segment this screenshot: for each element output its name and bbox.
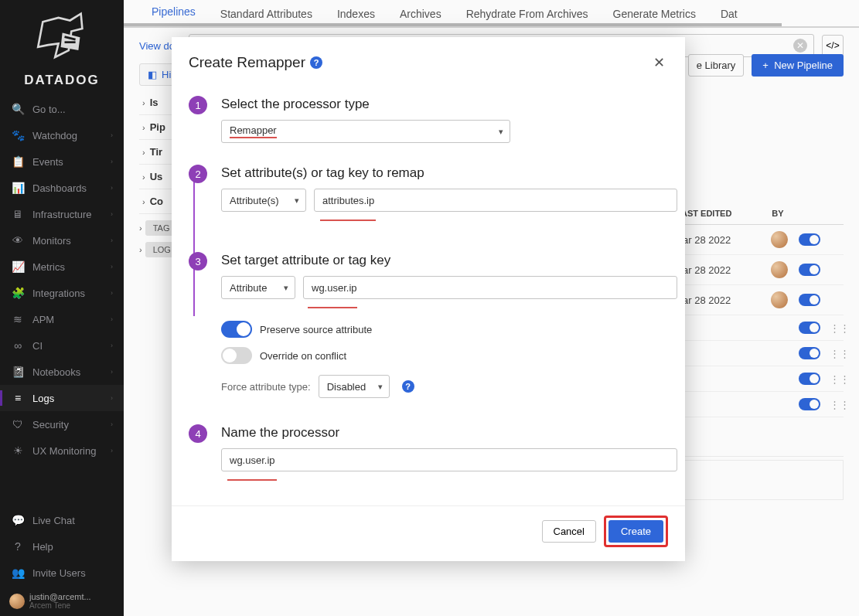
remap-source-input[interactable] — [314, 189, 677, 212]
step-2-title: Set attribute(s) or tag key to remap — [221, 165, 677, 181]
step-4-title: Name the processor — [221, 425, 677, 441]
remap-kind-select[interactable]: Attribute(s) — [221, 189, 306, 212]
processor-name-input[interactable] — [221, 448, 677, 471]
preserve-source-label: Preserve source attribute — [260, 324, 372, 335]
close-icon[interactable]: ✕ — [650, 51, 668, 74]
step-2-badge: 2 — [189, 165, 207, 183]
step-3-badge: 3 — [189, 252, 207, 271]
help-icon[interactable]: ? — [402, 380, 414, 393]
help-icon[interactable]: ? — [310, 56, 322, 69]
override-conflict-label: Override on conflict — [260, 350, 346, 362]
preserve-source-toggle[interactable] — [221, 321, 252, 338]
target-kind-select[interactable]: Attribute — [221, 276, 295, 299]
create-remapper-modal: Create Remapper ? ✕ 1 Select the process… — [172, 37, 685, 561]
step-3-title: Set target attribute or tag key — [221, 253, 677, 268]
force-attribute-type-label: Force attribute type: — [221, 381, 311, 393]
force-attribute-type-select[interactable]: Disabled — [319, 375, 390, 398]
step-4-badge: 4 — [189, 424, 207, 443]
processor-type-select[interactable]: Remapper — [221, 120, 510, 143]
cancel-button[interactable]: Cancel — [542, 520, 596, 543]
target-attribute-input[interactable] — [303, 276, 677, 299]
override-conflict-toggle[interactable] — [221, 347, 252, 364]
step-1-title: Select the processor type — [221, 97, 668, 112]
create-button-highlight: Create — [604, 516, 668, 547]
create-button[interactable]: Create — [608, 520, 663, 543]
step-1-badge: 1 — [189, 96, 207, 114]
modal-title: Create Remapper — [189, 54, 305, 71]
